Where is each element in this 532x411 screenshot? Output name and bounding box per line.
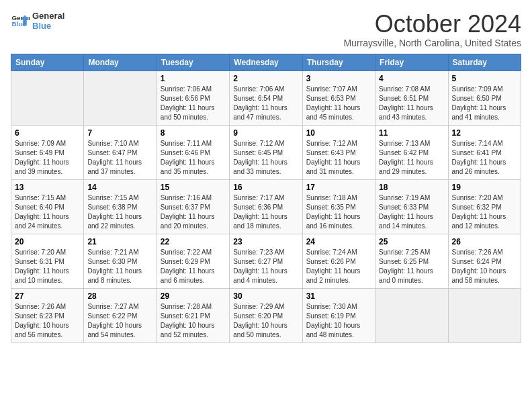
day-info: Sunrise: 7:12 AMSunset: 6:43 PMDaylight:… bbox=[306, 139, 371, 177]
calendar-cell: 23Sunrise: 7:23 AMSunset: 6:27 PMDayligh… bbox=[230, 234, 302, 288]
calendar-cell: 2Sunrise: 7:06 AMSunset: 6:54 PMDaylight… bbox=[230, 71, 302, 125]
day-headers-row: SundayMondayTuesdayWednesdayThursdayFrid… bbox=[11, 54, 521, 71]
day-info: Sunrise: 7:22 AMSunset: 6:29 PMDaylight:… bbox=[161, 248, 226, 285]
day-info: Sunrise: 7:21 AMSunset: 6:30 PMDaylight:… bbox=[87, 248, 152, 285]
day-number: 30 bbox=[233, 291, 298, 301]
calendar-cell: 17Sunrise: 7:18 AMSunset: 6:35 PMDayligh… bbox=[302, 179, 375, 234]
day-info: Sunrise: 7:19 AMSunset: 6:33 PMDaylight:… bbox=[379, 193, 444, 231]
day-info: Sunrise: 7:23 AMSunset: 6:27 PMDaylight:… bbox=[233, 248, 298, 285]
calendar-cell: 8Sunrise: 7:11 AMSunset: 6:46 PMDaylight… bbox=[157, 125, 229, 179]
day-number: 4 bbox=[379, 74, 444, 83]
day-info: Sunrise: 7:06 AMSunset: 6:54 PMDaylight:… bbox=[233, 85, 298, 122]
day-number: 11 bbox=[379, 128, 444, 138]
calendar-cell: 27Sunrise: 7:26 AMSunset: 6:23 PMDayligh… bbox=[11, 288, 84, 342]
logo: General Blue General Blue bbox=[11, 11, 64, 31]
calendar-cell bbox=[11, 71, 84, 125]
logo-icon: General Blue bbox=[11, 11, 30, 30]
day-number: 6 bbox=[15, 128, 80, 138]
day-number: 25 bbox=[379, 237, 444, 246]
day-number: 14 bbox=[87, 183, 152, 192]
day-info: Sunrise: 7:11 AMSunset: 6:46 PMDaylight:… bbox=[161, 139, 226, 177]
calendar-cell: 19Sunrise: 7:20 AMSunset: 6:32 PMDayligh… bbox=[448, 179, 521, 234]
day-number: 17 bbox=[306, 183, 371, 192]
day-number: 26 bbox=[452, 237, 517, 246]
day-number: 3 bbox=[306, 74, 371, 83]
calendar-cell bbox=[84, 71, 157, 125]
logo-line2: Blue bbox=[32, 21, 64, 31]
day-number: 12 bbox=[452, 128, 517, 138]
location: Murraysville, North Carolina, United Sta… bbox=[343, 38, 521, 48]
day-header-tuesday: Tuesday bbox=[157, 54, 229, 71]
day-info: Sunrise: 7:15 AMSunset: 6:38 PMDaylight:… bbox=[87, 193, 152, 231]
day-info: Sunrise: 7:30 AMSunset: 6:19 PMDaylight:… bbox=[306, 302, 371, 340]
week-row-3: 13Sunrise: 7:15 AMSunset: 6:40 PMDayligh… bbox=[11, 179, 521, 234]
day-number: 24 bbox=[306, 237, 371, 246]
calendar-cell: 9Sunrise: 7:12 AMSunset: 6:45 PMDaylight… bbox=[230, 125, 302, 179]
day-info: Sunrise: 7:15 AMSunset: 6:40 PMDaylight:… bbox=[15, 193, 80, 231]
title-block: October 2024 Murraysville, North Carolin… bbox=[343, 11, 521, 48]
day-info: Sunrise: 7:24 AMSunset: 6:26 PMDaylight:… bbox=[306, 248, 371, 285]
day-number: 13 bbox=[15, 183, 80, 192]
day-info: Sunrise: 7:27 AMSunset: 6:22 PMDaylight:… bbox=[87, 302, 152, 340]
calendar-cell: 24Sunrise: 7:24 AMSunset: 6:26 PMDayligh… bbox=[302, 234, 375, 288]
day-info: Sunrise: 7:14 AMSunset: 6:41 PMDaylight:… bbox=[452, 139, 517, 177]
day-info: Sunrise: 7:18 AMSunset: 6:35 PMDaylight:… bbox=[306, 193, 371, 231]
calendar-table: SundayMondayTuesdayWednesdayThursdayFrid… bbox=[11, 54, 521, 343]
day-number: 16 bbox=[233, 183, 298, 192]
calendar-cell: 15Sunrise: 7:16 AMSunset: 6:37 PMDayligh… bbox=[157, 179, 229, 234]
day-header-wednesday: Wednesday bbox=[230, 54, 302, 71]
day-number: 20 bbox=[15, 237, 80, 246]
day-info: Sunrise: 7:26 AMSunset: 6:23 PMDaylight:… bbox=[15, 302, 80, 340]
week-row-4: 20Sunrise: 7:20 AMSunset: 6:31 PMDayligh… bbox=[11, 234, 521, 288]
day-number: 21 bbox=[87, 237, 152, 246]
month-title: October 2024 bbox=[343, 11, 521, 38]
day-info: Sunrise: 7:17 AMSunset: 6:36 PMDaylight:… bbox=[233, 193, 298, 231]
day-info: Sunrise: 7:20 AMSunset: 6:32 PMDaylight:… bbox=[452, 193, 517, 231]
day-number: 19 bbox=[452, 183, 517, 192]
day-info: Sunrise: 7:13 AMSunset: 6:42 PMDaylight:… bbox=[379, 139, 444, 177]
week-row-1: 1Sunrise: 7:06 AMSunset: 6:56 PMDaylight… bbox=[11, 71, 521, 125]
day-info: Sunrise: 7:16 AMSunset: 6:37 PMDaylight:… bbox=[161, 193, 226, 231]
day-number: 31 bbox=[306, 291, 371, 301]
week-row-5: 27Sunrise: 7:26 AMSunset: 6:23 PMDayligh… bbox=[11, 288, 521, 342]
day-number: 7 bbox=[87, 128, 152, 138]
week-row-2: 6Sunrise: 7:09 AMSunset: 6:49 PMDaylight… bbox=[11, 125, 521, 179]
calendar-cell: 5Sunrise: 7:09 AMSunset: 6:50 PMDaylight… bbox=[448, 71, 521, 125]
day-number: 28 bbox=[87, 291, 152, 301]
calendar-cell: 4Sunrise: 7:08 AMSunset: 6:51 PMDaylight… bbox=[375, 71, 448, 125]
day-info: Sunrise: 7:07 AMSunset: 6:53 PMDaylight:… bbox=[306, 85, 371, 122]
calendar-cell: 14Sunrise: 7:15 AMSunset: 6:38 PMDayligh… bbox=[84, 179, 157, 234]
calendar-cell: 30Sunrise: 7:29 AMSunset: 6:20 PMDayligh… bbox=[230, 288, 302, 342]
day-number: 18 bbox=[379, 183, 444, 192]
day-info: Sunrise: 7:10 AMSunset: 6:47 PMDaylight:… bbox=[87, 139, 152, 177]
calendar-cell: 12Sunrise: 7:14 AMSunset: 6:41 PMDayligh… bbox=[448, 125, 521, 179]
calendar-cell: 3Sunrise: 7:07 AMSunset: 6:53 PMDaylight… bbox=[302, 71, 375, 125]
logo-line1: General bbox=[32, 11, 64, 21]
calendar-cell: 18Sunrise: 7:19 AMSunset: 6:33 PMDayligh… bbox=[375, 179, 448, 234]
page-header: General Blue General Blue October 2024 M… bbox=[11, 11, 521, 48]
day-number: 5 bbox=[452, 74, 517, 83]
calendar-cell bbox=[448, 288, 521, 342]
calendar-cell: 10Sunrise: 7:12 AMSunset: 6:43 PMDayligh… bbox=[302, 125, 375, 179]
day-number: 9 bbox=[233, 128, 298, 138]
day-info: Sunrise: 7:28 AMSunset: 6:21 PMDaylight:… bbox=[161, 302, 226, 340]
day-info: Sunrise: 7:20 AMSunset: 6:31 PMDaylight:… bbox=[15, 248, 80, 285]
day-number: 27 bbox=[15, 291, 80, 301]
calendar-cell: 25Sunrise: 7:25 AMSunset: 6:25 PMDayligh… bbox=[375, 234, 448, 288]
calendar-cell: 29Sunrise: 7:28 AMSunset: 6:21 PMDayligh… bbox=[157, 288, 229, 342]
calendar-cell: 26Sunrise: 7:26 AMSunset: 6:24 PMDayligh… bbox=[448, 234, 521, 288]
day-header-monday: Monday bbox=[84, 54, 157, 71]
day-number: 1 bbox=[161, 74, 226, 83]
day-info: Sunrise: 7:29 AMSunset: 6:20 PMDaylight:… bbox=[233, 302, 298, 340]
day-number: 22 bbox=[161, 237, 226, 246]
calendar-cell: 22Sunrise: 7:22 AMSunset: 6:29 PMDayligh… bbox=[157, 234, 229, 288]
day-info: Sunrise: 7:26 AMSunset: 6:24 PMDaylight:… bbox=[452, 248, 517, 285]
calendar-cell: 11Sunrise: 7:13 AMSunset: 6:42 PMDayligh… bbox=[375, 125, 448, 179]
day-header-thursday: Thursday bbox=[302, 54, 375, 71]
calendar-cell: 13Sunrise: 7:15 AMSunset: 6:40 PMDayligh… bbox=[11, 179, 84, 234]
day-info: Sunrise: 7:08 AMSunset: 6:51 PMDaylight:… bbox=[379, 85, 444, 122]
calendar-cell bbox=[375, 288, 448, 342]
day-header-saturday: Saturday bbox=[448, 54, 521, 71]
day-info: Sunrise: 7:12 AMSunset: 6:45 PMDaylight:… bbox=[233, 139, 298, 177]
day-info: Sunrise: 7:09 AMSunset: 6:49 PMDaylight:… bbox=[15, 139, 80, 177]
